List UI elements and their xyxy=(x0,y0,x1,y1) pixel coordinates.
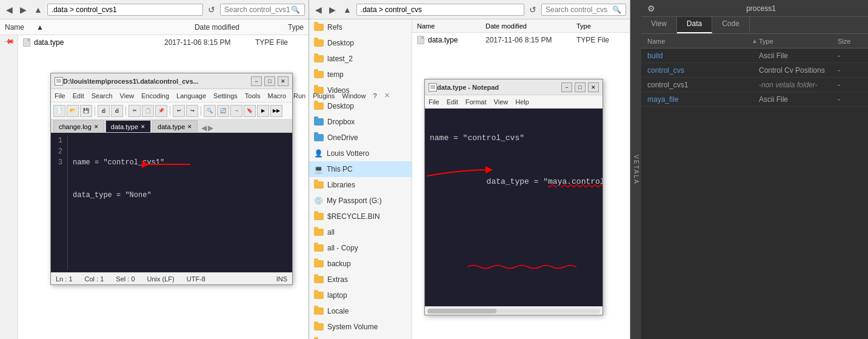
sidebar-systemvolume[interactable]: System Volume xyxy=(309,319,412,335)
np2-menu-format[interactable]: Format xyxy=(466,98,487,106)
menu-plugins[interactable]: Plugins xyxy=(313,92,335,99)
sidebar-recycle[interactable]: $RECYCLE.BIN xyxy=(309,209,412,224)
scrollbar-thumb[interactable] xyxy=(427,309,496,314)
tab-scroll-left[interactable]: ◀ xyxy=(201,124,207,132)
tool-print2[interactable]: 🖨 xyxy=(111,105,123,117)
tool-save[interactable]: 💾 xyxy=(80,105,92,117)
sidebar-all[interactable]: all xyxy=(309,224,412,240)
ide-row-control-cvs1[interactable]: control_cvs1 -non vetala folder- - xyxy=(641,78,868,92)
notepad2-minimize-btn[interactable]: − xyxy=(561,82,572,92)
menu-macro[interactable]: Macro xyxy=(267,92,286,99)
sidebar-laptop[interactable]: laptop xyxy=(309,287,412,303)
mid-up-btn[interactable]: ▲ xyxy=(341,4,354,15)
tab-datatype1[interactable]: data.type ✕ xyxy=(105,120,151,132)
tab-datatype1-close[interactable]: ✕ xyxy=(141,124,145,130)
notepad2-editor-area[interactable]: name = "control_cvs" data_type = "maya.c… xyxy=(425,109,603,306)
left-breadcrumb[interactable]: .data > control_cvs1 xyxy=(47,4,203,16)
tool-find[interactable]: 🔍 xyxy=(204,105,216,117)
ide-gear-icon[interactable]: ⚙ xyxy=(647,4,655,13)
sidebar-usermanuals[interactable]: User Manuals xyxy=(309,335,412,339)
np2-menu-help[interactable]: Help xyxy=(515,98,529,106)
mid-forward-btn[interactable]: ▶ xyxy=(327,4,338,15)
mid-search-input[interactable] xyxy=(546,5,612,14)
menu-search[interactable]: Search xyxy=(92,92,113,99)
left-file-row[interactable]: data.type 2017-11-06 8:15 PM TYPE File xyxy=(18,35,309,50)
ide-tab-code[interactable]: Code xyxy=(712,17,750,33)
sidebar-onedrive[interactable]: OneDrive xyxy=(309,130,412,146)
mid-breadcrumb[interactable]: .data > control_cvs xyxy=(356,4,524,16)
menu-language[interactable]: Language xyxy=(176,92,206,99)
notepad-minimize-btn[interactable]: − xyxy=(251,76,262,86)
tool-more2[interactable]: ▶▶ xyxy=(270,105,282,117)
menu-edit[interactable]: Edit xyxy=(73,92,84,99)
notepad2-scrollbar[interactable] xyxy=(425,306,603,315)
np2-menu-edit[interactable]: Edit xyxy=(447,98,458,106)
notepad2-maximize-btn[interactable]: □ xyxy=(575,82,586,92)
sidebar-extras[interactable]: Extras xyxy=(309,272,412,287)
left-up-btn[interactable]: ▲ xyxy=(32,4,45,15)
menu-file[interactable]: File xyxy=(55,92,65,99)
tool-replace[interactable]: 🔄 xyxy=(217,105,229,117)
np2-menu-file[interactable]: File xyxy=(429,98,439,106)
tab-datatype2-close[interactable]: ✕ xyxy=(187,124,192,130)
left-col-type: Type xyxy=(288,23,304,32)
menu-help[interactable]: ? xyxy=(373,92,376,99)
ide-tab-data[interactable]: Data xyxy=(677,17,712,33)
sidebar-all-copy[interactable]: all - Copy xyxy=(309,240,412,256)
tool-bookmark[interactable]: 🔖 xyxy=(244,105,256,117)
mid-refresh-btn[interactable]: ↺ xyxy=(527,4,539,15)
left-forward-btn[interactable]: ▶ xyxy=(18,4,29,15)
sidebar-locale[interactable]: Locale xyxy=(309,303,412,319)
sidebar-desktop-top[interactable]: Desktop xyxy=(309,35,412,51)
np2-menu-view[interactable]: View xyxy=(494,98,509,106)
ide-row-maya-file[interactable]: maya_file Ascii File - xyxy=(641,92,868,107)
left-back-btn[interactable]: ◀ xyxy=(4,4,15,15)
sidebar-temp[interactable]: temp xyxy=(309,67,412,82)
tool-paste[interactable]: 📌 xyxy=(155,105,167,117)
tab-scroll-right[interactable]: ▶ xyxy=(208,124,213,132)
sidebar-refs[interactable]: Refs xyxy=(309,19,412,35)
menu-view[interactable]: View xyxy=(120,92,135,99)
sidebar-latest2[interactable]: latest_2 xyxy=(309,51,412,67)
sidebar-thispc[interactable]: 💻 This PC xyxy=(309,161,412,177)
menu-run[interactable]: Run xyxy=(293,92,305,99)
tab-changelog[interactable]: change.log ✕ xyxy=(53,120,104,132)
left-search-input[interactable] xyxy=(224,5,291,14)
tool-open[interactable]: 📂 xyxy=(67,105,79,117)
left-search[interactable]: 🔍 xyxy=(220,4,305,16)
tool-undo[interactable]: ↩ xyxy=(173,105,185,117)
tool-print[interactable]: 🖨 xyxy=(98,105,110,117)
sidebar-libraries[interactable]: Libraries xyxy=(309,177,412,193)
sidebar-louis[interactable]: 👤 Louis Vottero xyxy=(309,146,412,161)
scrollbar-track[interactable] xyxy=(427,309,600,314)
close-icon[interactable]: ✕ xyxy=(384,92,390,99)
mid-search[interactable]: 🔍 xyxy=(541,4,626,16)
sidebar-desktop-bottom[interactable]: Desktop xyxy=(309,98,412,114)
sidebar-dropbox[interactable]: Dropbox xyxy=(309,114,412,130)
sidebar-passport[interactable]: 💿 My Passport (G:) xyxy=(309,193,412,209)
tool-cut[interactable]: ✂ xyxy=(129,105,141,117)
menu-settings[interactable]: Settings xyxy=(213,92,238,99)
mid-back-btn[interactable]: ◀ xyxy=(313,4,324,15)
notepad2-close-btn[interactable]: ✕ xyxy=(588,82,599,92)
tool-goto[interactable]: → xyxy=(230,105,242,117)
ide-tab-view[interactable]: View xyxy=(641,17,677,33)
tool-new[interactable]: 📄 xyxy=(53,105,65,117)
left-refresh-btn[interactable]: ↺ xyxy=(205,4,218,15)
notepad-editor-area[interactable]: 1 2 3 name = "control_cvs1" data_type = … xyxy=(51,133,292,272)
mid-file-row[interactable]: data.type 2017-11-06 8:15 PM TYPE File xyxy=(412,33,630,47)
notepad-close-btn[interactable]: ✕ xyxy=(278,76,289,86)
ide-row-control-cvs[interactable]: control_cvs Control Cv Positions - xyxy=(641,63,868,78)
tool-copy[interactable]: 📋 xyxy=(142,105,154,117)
menu-encoding[interactable]: Encoding xyxy=(141,92,169,99)
menu-window[interactable]: Window xyxy=(342,92,366,99)
editor-content[interactable]: name = "control_cvs1" data_type = "None" xyxy=(73,135,287,270)
tab-datatype2[interactable]: data.type ✕ xyxy=(152,120,198,132)
tool-more1[interactable]: ▶ xyxy=(257,105,269,117)
ide-row-build[interactable]: build Ascii File - xyxy=(641,49,868,63)
menu-tools[interactable]: Tools xyxy=(245,92,261,99)
notepad-maximize-btn[interactable]: □ xyxy=(264,76,275,86)
tool-redo[interactable]: ↪ xyxy=(186,105,198,117)
tab-changelog-close[interactable]: ✕ xyxy=(94,124,99,130)
sidebar-backup[interactable]: backup xyxy=(309,256,412,272)
